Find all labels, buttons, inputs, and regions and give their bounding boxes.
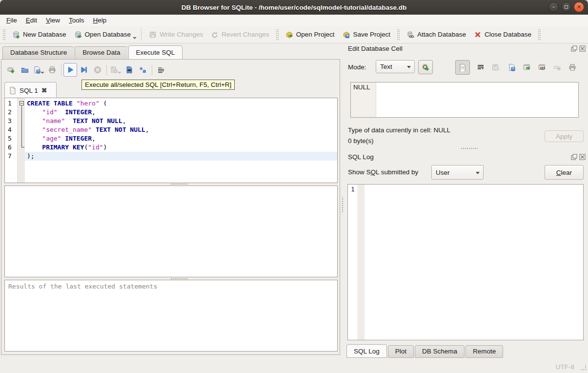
sql-log-area[interactable]: 1 xyxy=(347,184,584,340)
code-line-2[interactable]: "id" INTEGER, xyxy=(25,108,337,117)
close-button[interactable]: ✕ xyxy=(574,2,584,12)
toolbar-drag-handle[interactable] xyxy=(3,29,5,40)
menu-file[interactable]: File xyxy=(2,16,21,25)
close-log-panel-icon[interactable] xyxy=(579,154,586,160)
sql1-tab[interactable]: SQL 1 ✖ xyxy=(4,82,57,98)
status-bar: UTF-8 xyxy=(0,360,588,373)
attach-database-button[interactable]: Attach Database xyxy=(403,29,470,41)
bottom-tab-sql-log[interactable]: SQL Log xyxy=(346,344,387,358)
log-filter-select[interactable]: User xyxy=(431,165,484,180)
open-database-button[interactable]: Open Database xyxy=(70,29,135,41)
open-database-label: Open Database xyxy=(85,31,131,38)
find-button[interactable] xyxy=(122,63,136,77)
edit-cell-title: Edit Database Cell xyxy=(348,45,403,52)
sql-log-filter-label: Show SQL submitted by xyxy=(348,168,418,176)
stop-icon xyxy=(93,65,102,74)
save-project-icon xyxy=(343,31,350,39)
close-panel-icon[interactable] xyxy=(579,45,586,52)
save-results-button xyxy=(109,63,122,77)
results-placeholder: Results of the last executed statements xyxy=(8,283,157,290)
code-line-3[interactable]: "name" TEXT NOT NULL, xyxy=(25,117,337,125)
title-bar[interactable]: DB Browser for SQLite - /home/user/code/… xyxy=(0,0,588,15)
execute-line-button[interactable] xyxy=(77,63,91,77)
mode-select[interactable]: Text xyxy=(376,60,415,73)
attach-database-label: Attach Database xyxy=(417,31,466,38)
format-sql-button[interactable]: aa xyxy=(136,63,150,77)
toolbar-drag-handle-2[interactable] xyxy=(276,29,279,40)
print-cell-icon[interactable] xyxy=(568,63,577,72)
write-changes-button: Write Changes xyxy=(145,29,207,41)
toolbar-drag-handle-4[interactable] xyxy=(538,29,541,40)
open-project-label: Open Project xyxy=(296,31,335,38)
apply-button: Apply xyxy=(545,130,584,142)
word-wrap-button[interactable] xyxy=(154,63,168,77)
word-wrap-cell-icon[interactable] xyxy=(476,63,485,72)
resize-grip[interactable] xyxy=(581,365,586,370)
right-panel: Edit Database Cell Mode: Text NULL xyxy=(344,44,588,360)
cell-size-info: 0 byte(s) xyxy=(348,137,374,145)
fold-marker-icon[interactable] xyxy=(20,101,24,105)
cell-editor[interactable]: NULL xyxy=(350,82,579,118)
code-line-4[interactable]: "secret_name" TEXT NOT NULL, xyxy=(25,125,337,134)
open-sql-file-button[interactable] xyxy=(18,63,32,77)
float-log-panel-icon[interactable] xyxy=(571,154,577,160)
main-toolbar: New Database Open Database Write Changes… xyxy=(0,26,588,43)
link-data-icon[interactable] xyxy=(538,63,547,72)
log-fold-margin xyxy=(359,185,365,340)
menu-help[interactable]: Help xyxy=(89,16,111,25)
maximize-button[interactable] xyxy=(561,2,571,12)
export-cell-icon[interactable] xyxy=(507,63,516,72)
execute-all-button[interactable] xyxy=(63,63,77,77)
text-mode-button[interactable] xyxy=(455,60,470,75)
cell-editor-gutter: NULL xyxy=(351,83,376,117)
bottom-tab-remote[interactable]: Remote xyxy=(466,345,503,358)
new-sql-tab-button[interactable] xyxy=(4,63,18,77)
cell-toolbar xyxy=(455,60,577,75)
menu-edit[interactable]: Edit xyxy=(21,16,41,25)
open-external-icon[interactable] xyxy=(523,63,531,72)
auto-apply-button[interactable] xyxy=(418,60,433,74)
window-title: DB Browser for SQLite - /home/user/code/… xyxy=(182,4,406,11)
bottom-tab-db-schema[interactable]: DB Schema xyxy=(415,345,465,358)
minimize-button[interactable]: − xyxy=(548,2,559,12)
float-panel-icon[interactable] xyxy=(571,45,577,52)
close-database-button[interactable]: Close Database xyxy=(470,29,535,41)
code-line-1[interactable]: CREATE TABLE "hero" ( xyxy=(25,99,337,108)
tab-browse-data[interactable]: Browse Data xyxy=(75,46,127,60)
tab-execute-sql[interactable]: Execute SQL xyxy=(128,45,183,60)
tab-database-structure[interactable]: Database Structure xyxy=(2,46,74,60)
clear-button-label: Clear xyxy=(556,169,572,176)
sql1-tab-close-icon[interactable]: ✖ xyxy=(41,86,47,94)
play-icon xyxy=(66,65,75,74)
sql-log-title: SQL Log xyxy=(348,153,374,161)
line-number-gutter: 1234567 xyxy=(5,98,18,183)
new-database-label: New Database xyxy=(23,31,66,38)
code-line-7[interactable]: ); xyxy=(25,152,337,161)
save-sql-dropdown-arrow[interactable] xyxy=(41,72,44,74)
bottom-tab-plot[interactable]: Plot xyxy=(388,345,414,358)
log-filter-value: User xyxy=(436,169,450,176)
toolbar-drag-handle-3[interactable] xyxy=(397,29,400,40)
open-database-dropdown-arrow[interactable] xyxy=(133,37,137,39)
menu-bar: FileEditViewToolsHelp xyxy=(0,15,588,26)
clear-button[interactable]: Clear xyxy=(545,165,584,180)
code-line-5[interactable]: "age" INTEGER, xyxy=(25,134,337,143)
menu-tools[interactable]: Tools xyxy=(64,16,89,25)
menu-view[interactable]: View xyxy=(41,16,64,25)
results-message-pane[interactable]: Results of the last executed statements xyxy=(4,280,338,352)
new-database-button[interactable]: New Database xyxy=(8,29,70,41)
print-sql-button[interactable] xyxy=(45,63,59,77)
log-line-number: 1 xyxy=(351,186,355,193)
code-line-6[interactable]: PRIMARY KEY("id") xyxy=(25,143,337,152)
fold-line xyxy=(21,106,24,147)
dock-splitter[interactable] xyxy=(461,148,478,150)
letters-icon: aa xyxy=(139,65,147,74)
save-project-button[interactable]: Save Project xyxy=(339,29,395,41)
sql-code-editor[interactable]: 1234567 CREATE TABLE "hero" ( "id" INTEG… xyxy=(4,98,338,183)
results-grid-pane[interactable] xyxy=(4,186,338,277)
code-area[interactable]: CREATE TABLE "hero" ( "id" INTEGER, "nam… xyxy=(25,98,337,183)
encoding-label[interactable]: UTF-8 xyxy=(556,363,574,371)
sql-document-icon xyxy=(9,86,16,94)
save-sql-file-button[interactable] xyxy=(32,63,45,77)
open-project-button[interactable]: Open Project xyxy=(282,29,339,41)
